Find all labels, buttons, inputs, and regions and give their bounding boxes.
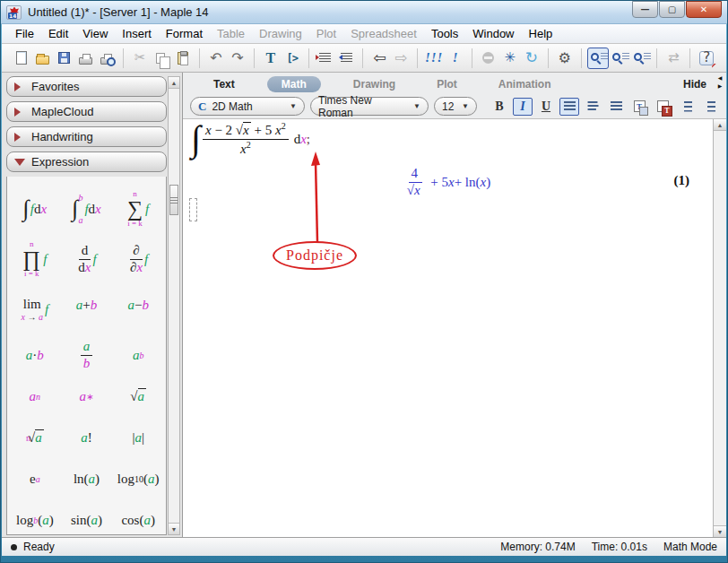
menu-edit[interactable]: Edit (42, 25, 74, 42)
expression-item-addition[interactable]: a + b (61, 284, 113, 325)
align-right-button[interactable] (606, 98, 626, 116)
scroll-down-icon[interactable]: ▼ (714, 525, 726, 537)
back-button[interactable]: ⇦ (368, 48, 390, 69)
paste-button[interactable] (172, 48, 194, 69)
help-context-button[interactable]: ? (696, 48, 717, 69)
expression-item-subliteral[interactable]: a∗ (61, 376, 113, 417)
menu-table[interactable]: Table (211, 25, 251, 42)
scroll-up-icon[interactable]: ▲ (169, 77, 179, 89)
expression-item-definite-integral[interactable]: ∫baf dx (61, 184, 113, 234)
expression-item-absolute-value[interactable]: |a| (112, 417, 164, 458)
undo-button[interactable]: ↶ (205, 48, 227, 69)
panel-collapse-arrows[interactable]: ◀▶ (715, 74, 725, 89)
expression-item-multiplication[interactable]: a·b (9, 334, 61, 376)
bullet-list-button[interactable] (676, 98, 696, 116)
align-center-button[interactable] (583, 98, 602, 116)
expression-item-cosine[interactable]: cos(a) (112, 499, 164, 535)
bold-button[interactable]: B (490, 98, 509, 116)
close-button[interactable]: ✕ (686, 1, 722, 18)
tab-math[interactable]: Math (267, 76, 321, 92)
zoom-100-button[interactable] (587, 48, 609, 69)
execute-all-button[interactable]: !!! (423, 48, 445, 69)
expression-item-indefinite-integral[interactable]: ∫f dx (9, 184, 61, 234)
expression-item-log-base-10[interactable]: log10(a) (112, 458, 164, 499)
menu-help[interactable]: Help (523, 25, 559, 42)
math-input-expression[interactable]: ∫x − 2 √x + 5 x2x2dx; (191, 121, 310, 157)
menu-plot[interactable]: Plot (310, 25, 342, 42)
text-mode-button[interactable]: T (260, 48, 282, 69)
minimize-button[interactable]: — (632, 1, 658, 18)
forward-button[interactable]: ⇨ (390, 48, 412, 69)
math-output-expression[interactable]: 4√x + 5 x + ln(x) (183, 159, 713, 205)
document-scrollbar[interactable]: ▲ ▼ (713, 119, 726, 537)
options-button[interactable]: ⚙ (554, 48, 576, 69)
indent-button[interactable] (315, 48, 336, 69)
copy-button[interactable] (151, 48, 172, 69)
new-document-button[interactable] (11, 48, 32, 69)
expression-item-power[interactable]: ab (112, 334, 164, 376)
menu-drawing[interactable]: Drawing (253, 25, 308, 42)
scroll-down-icon[interactable]: ▼ (169, 523, 179, 534)
zoom-in-button[interactable] (609, 48, 630, 69)
expression-item-log-base-b[interactable]: logb(a) (9, 499, 61, 535)
sidebar-scrollbar[interactable]: ▲ ▼ (168, 76, 180, 535)
style-dropdown[interactable]: C 2D Math ▼ (190, 97, 305, 116)
debug-button[interactable]: ✳ (499, 48, 521, 69)
size-dropdown[interactable]: 12 ▼ (434, 97, 477, 116)
align-left-button[interactable] (559, 98, 579, 116)
expression-item-exponential[interactable]: ea (9, 458, 61, 499)
print-button[interactable] (75, 48, 97, 69)
underline-button[interactable]: U (536, 98, 556, 116)
collapse-left-icon[interactable]: ◀ (718, 74, 723, 81)
font-dropdown[interactable]: Times New Roman ▼ (310, 97, 429, 116)
expression-item-sine[interactable]: sin(a) (61, 499, 113, 535)
palette-expression[interactable]: Expression (6, 152, 167, 172)
tab-mode-button[interactable]: ⇄ (663, 48, 684, 69)
restart-button[interactable]: ↻ (521, 48, 542, 69)
scroll-up-icon[interactable]: ▲ (714, 119, 726, 131)
palette-favorites[interactable]: Favorites (6, 76, 167, 97)
cut-button[interactable]: ✂ (129, 48, 151, 69)
expression-item-square-root[interactable]: √a (112, 376, 164, 417)
menu-view[interactable]: View (76, 25, 114, 42)
hide-button[interactable]: Hide (683, 78, 717, 91)
print-preview-button[interactable] (97, 48, 118, 69)
status-mode[interactable]: Math Mode (663, 541, 717, 553)
execute-button[interactable]: ! (445, 48, 466, 69)
tab-drawing[interactable]: Drawing (344, 76, 404, 92)
interrupt-button[interactable] (478, 48, 499, 69)
style-set-highlight-button[interactable] (653, 98, 672, 116)
style-set-text-button[interactable]: T (629, 98, 649, 116)
numbered-list-button[interactable] (699, 98, 719, 116)
expression-item-subscript[interactable]: an (9, 376, 61, 417)
collapse-right-icon[interactable]: ▶ (718, 82, 723, 89)
expression-item-subtraction[interactable]: a − b (112, 284, 164, 325)
menu-format[interactable]: Format (160, 25, 209, 42)
maple-prompt-button[interactable]: [> (282, 48, 303, 69)
expression-item-product[interactable]: n∏i = kf (9, 234, 61, 284)
expression-item-nth-root[interactable]: n√a (9, 417, 61, 458)
expression-item-summation[interactable]: n∑i = kf (112, 184, 164, 234)
restore-button[interactable]: ▢ (659, 1, 685, 18)
open-button[interactable] (32, 48, 54, 69)
palette-handwriting[interactable]: Handwriting (6, 126, 167, 147)
expression-item-factorial[interactable]: a! (61, 417, 113, 458)
expression-item-limit[interactable]: limx → af (9, 284, 61, 334)
zoom-out-button[interactable] (629, 48, 651, 69)
italic-button[interactable]: I (513, 98, 533, 116)
palette-maplecloud[interactable]: MapleCloud (6, 101, 167, 122)
menu-spreadsheet[interactable]: Spreadsheet (344, 25, 423, 42)
tab-text[interactable]: Text (204, 76, 244, 92)
redo-button[interactable]: ↷ (227, 48, 248, 69)
menu-window[interactable]: Window (466, 25, 520, 42)
menu-tools[interactable]: Tools (425, 25, 464, 42)
expression-item-division[interactable]: ab (61, 334, 113, 376)
scroll-thumb[interactable] (169, 185, 178, 215)
expression-item-derivative[interactable]: ddx f (61, 234, 113, 284)
save-button[interactable] (54, 48, 75, 69)
tab-plot[interactable]: Plot (428, 76, 466, 92)
expression-item-partial-derivative[interactable]: ∂∂x f (112, 234, 164, 284)
expression-item-natural-log[interactable]: ln(a) (61, 458, 113, 499)
menu-insert[interactable]: Insert (116, 25, 158, 42)
menu-file[interactable]: File (9, 25, 40, 42)
